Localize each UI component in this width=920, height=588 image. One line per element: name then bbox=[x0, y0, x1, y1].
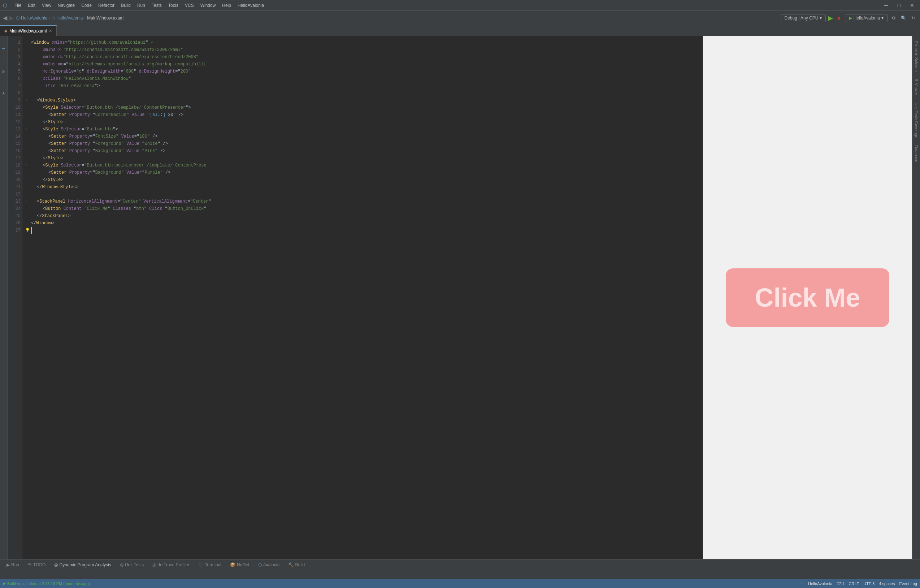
menu-help[interactable]: Help bbox=[219, 2, 234, 9]
tab-file-icon: ◈ bbox=[4, 29, 7, 33]
run-tab-label: Run bbox=[11, 562, 19, 567]
terminal-tab-icon: ⬛ bbox=[198, 562, 204, 567]
search-icon[interactable]: 🔍 bbox=[899, 15, 909, 22]
menu-bar: File Edit View Navigate Code Refactor Bu… bbox=[11, 2, 267, 9]
code-line-22 bbox=[25, 191, 700, 198]
build-tab-icon: 🔨 bbox=[288, 562, 293, 567]
breadcrumb-module[interactable]: HelloAvalonia bbox=[56, 16, 83, 21]
menu-code[interactable]: Code bbox=[78, 2, 95, 9]
avalonia-tab-icon: ⬡ bbox=[258, 562, 262, 567]
bottom-tab-terminal[interactable]: ⬛ Terminal bbox=[194, 562, 225, 568]
code-line-7: Title="HelloAvalonia"> bbox=[25, 83, 700, 89]
status-position[interactable]: 27:1 bbox=[837, 582, 844, 586]
menu-edit[interactable]: Edit bbox=[25, 2, 38, 9]
nav-forward-icon[interactable]: ▶ bbox=[10, 15, 14, 21]
code-line-27: 💡 bbox=[25, 227, 700, 234]
bottom-tab-dottrace[interactable]: ◎ dotTrace Profiler bbox=[149, 562, 193, 568]
menu-build[interactable]: Build bbox=[118, 2, 134, 9]
bottom-tab-run[interactable]: ▶ Run bbox=[3, 562, 23, 568]
project-label: HelloAvalonia bbox=[854, 16, 880, 21]
menu-tools[interactable]: Tools bbox=[165, 2, 181, 9]
dottrace-tab-icon: ◎ bbox=[152, 562, 156, 567]
nav-back-icon[interactable]: ◀ bbox=[3, 15, 7, 21]
tab-close-icon[interactable]: ✕ bbox=[49, 29, 52, 33]
sidebar-item-explorer[interactable]: ☰ bbox=[0, 39, 8, 61]
bottom-tab-nuget[interactable]: 📦 NuGet bbox=[227, 562, 253, 568]
code-line-14: <Setter Property="FontSize" Value="100" … bbox=[25, 133, 700, 140]
menu-helloavalonia[interactable]: HelloAvalonia bbox=[235, 2, 267, 9]
preview-click-me-button[interactable]: Click Me bbox=[726, 268, 889, 327]
breadcrumb-file[interactable]: MainWindow.axaml bbox=[87, 16, 124, 21]
close-button[interactable]: ✕ bbox=[907, 2, 917, 9]
bottom-tab-unit-tests[interactable]: ◎ Unit Tests bbox=[116, 562, 147, 568]
code-line-5: mc:Ignorable="d" d:DesignWidth="600" d:D… bbox=[25, 68, 700, 75]
status-message: Build succeeded at 2:46:16 PM (moments a… bbox=[7, 582, 90, 586]
code-line-20: </Style> bbox=[25, 176, 700, 183]
menu-file[interactable]: File bbox=[11, 2, 24, 9]
menu-navigate[interactable]: Navigate bbox=[55, 2, 78, 9]
nuget-tab-icon: 📦 bbox=[230, 562, 235, 567]
menu-tests[interactable]: Tests bbox=[149, 2, 165, 9]
sidebar-item-il-viewer[interactable]: IL Viewer bbox=[914, 76, 918, 97]
breadcrumb-project[interactable]: HelloAvalonia bbox=[21, 16, 47, 21]
gutter-27: 💡 bbox=[25, 227, 31, 234]
toolbar-right: Debug | Any CPU ▾ ▶ ■ ▶ HelloAvalonia ▾ … bbox=[781, 14, 917, 22]
toolbar: ◀ ▶ ⬡ HelloAvalonia › ⬡ HelloAvalonia › … bbox=[0, 11, 920, 25]
tab-mainwindow[interactable]: ◈ MainWindow.axaml ✕ bbox=[0, 25, 57, 36]
code-line-3: xmlns:d="http://schemas.microsoft.com/ex… bbox=[25, 53, 700, 61]
status-line-ending[interactable]: CRLF bbox=[849, 582, 859, 586]
code-line-12: </Style> bbox=[25, 118, 700, 126]
bottom-tab-todo[interactable]: ☰ TODO bbox=[24, 562, 49, 568]
status-encoding[interactable]: UTF-8 bbox=[863, 582, 875, 586]
status-indent[interactable]: 4 spaces bbox=[879, 582, 895, 586]
editor-area: 12345 678910 1112131415 1617181920 21222… bbox=[8, 36, 912, 559]
run-button[interactable]: ▶ bbox=[828, 14, 833, 22]
title-bar: ⬡ File Edit View Navigate Code Refactor … bbox=[0, 0, 920, 11]
code-line-6: x:Class="HelloAvalonia.MainWindow" bbox=[25, 75, 700, 83]
code-line-25: </StackPanel> bbox=[25, 212, 700, 220]
sidebar-item-database[interactable]: Database bbox=[914, 143, 918, 164]
gutter-10: ○ bbox=[25, 104, 31, 111]
status-run-button[interactable]: ▶ Build succeeded at 2:46:16 PM (moments… bbox=[3, 581, 90, 586]
bottom-tab-build[interactable]: 🔨 Build bbox=[285, 562, 308, 568]
sidebar-item-unit-tests-coverage[interactable]: Unit Tests Coverage bbox=[914, 100, 918, 141]
project-chevron-icon: ▾ bbox=[881, 16, 884, 21]
menu-refactor[interactable]: Refactor bbox=[95, 2, 117, 9]
refresh-icon[interactable]: ↻ bbox=[909, 15, 917, 22]
main-layout: ☰ ≋ ★ 12345 678910 1112131415 1617181920… bbox=[0, 36, 920, 559]
build-tab-label: Build bbox=[295, 562, 305, 567]
sidebar-item-favorites[interactable]: ★ bbox=[0, 83, 8, 104]
code-line-21: </Window.Styles> bbox=[25, 183, 700, 191]
tab-bar: ◈ MainWindow.axaml ✕ bbox=[0, 25, 920, 36]
gutter-1: ○ bbox=[25, 39, 31, 46]
stop-button[interactable]: ■ bbox=[835, 14, 842, 22]
status-bar: ▶ Build succeeded at 2:46:16 PM (moments… bbox=[0, 579, 920, 588]
gutter-11: ○ bbox=[25, 111, 31, 118]
code-line-15: <Setter Property="Foreground" Value="Whi… bbox=[25, 140, 700, 147]
project-button[interactable]: ▶ HelloAvalonia ▾ bbox=[845, 14, 888, 22]
menu-run[interactable]: Run bbox=[134, 2, 148, 9]
status-project[interactable]: HelloAvalonia bbox=[808, 582, 832, 586]
bottom-panel: ▶ Run ☰ TODO ◎ Dynamic Program Analysis … bbox=[0, 559, 920, 579]
debug-label: Debug | Any CPU bbox=[785, 16, 818, 21]
menu-view[interactable]: View bbox=[39, 2, 54, 9]
debug-button[interactable]: Debug | Any CPU ▾ bbox=[781, 14, 826, 22]
code-line-23: ○ <StackPanel HorizontalAlignment="Cente… bbox=[25, 198, 700, 205]
todo-tab-label: TODO bbox=[33, 562, 45, 567]
maximize-button[interactable]: □ bbox=[894, 2, 904, 9]
bottom-tab-avalonia[interactable]: ⬡ Avalonia bbox=[254, 562, 283, 568]
code-content[interactable]: ○ <Window xmlns="https://github.com/aval… bbox=[23, 36, 703, 559]
code-line-24: <Button Content="Click Me" Classes="btn"… bbox=[25, 205, 700, 212]
code-line-9: ○ <Window.Styles> bbox=[25, 97, 700, 104]
menu-vcs[interactable]: VCS bbox=[182, 2, 197, 9]
status-event-log[interactable]: Event Log bbox=[899, 582, 917, 586]
sidebar-item-structure[interactable]: ≋ bbox=[0, 61, 8, 83]
bottom-tab-dynamic-analysis[interactable]: ◎ Dynamic Program Analysis bbox=[50, 562, 115, 568]
minimize-button[interactable]: ─ bbox=[881, 2, 891, 9]
sidebar-item-errors[interactable]: Errors in Solution bbox=[914, 39, 918, 74]
settings-icon[interactable]: ⚙ bbox=[890, 15, 898, 22]
todo-tab-icon: ☰ bbox=[28, 562, 32, 567]
menu-window[interactable]: Window bbox=[198, 2, 219, 9]
left-sidebar: ☰ ≋ ★ bbox=[0, 36, 8, 559]
code-line-11: ○ <Setter Property="CornerRadius" Value=… bbox=[25, 111, 700, 118]
